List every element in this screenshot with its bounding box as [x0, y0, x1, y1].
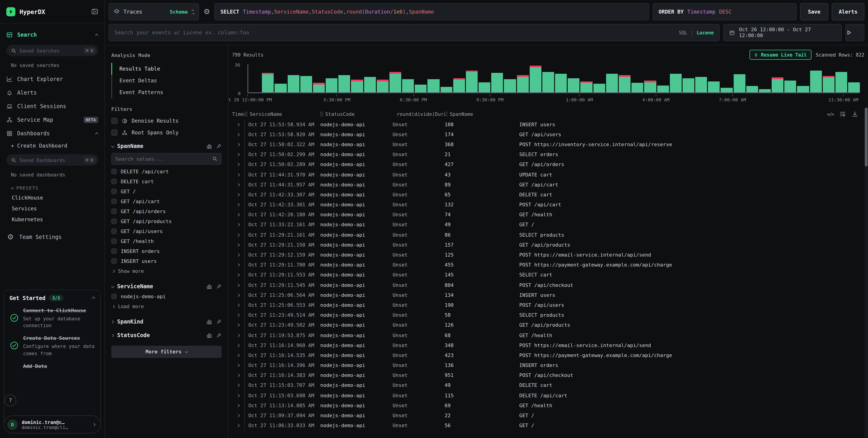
table-row[interactable]: Oct 27 11:19:53.875 AM nodejs-demo-api U…	[232, 330, 864, 340]
expand-row-button[interactable]	[232, 260, 245, 270]
table-row[interactable]: Oct 27 11:33:22.161 AM nodejs-demo-api U…	[232, 220, 864, 230]
table-row[interactable]: Oct 27 11:42:20.180 AM nodejs-demo-api U…	[232, 210, 864, 220]
filter-value-row[interactable]: GET /api/orders	[111, 206, 222, 216]
sql-select-input[interactable]: SELECT Timestamp,ServiceName,StatusCode,…	[215, 3, 649, 20]
checkbox[interactable]	[111, 294, 117, 299]
histogram-bar[interactable]	[797, 64, 809, 92]
code-view-icon[interactable]: </>	[827, 112, 834, 117]
create-dashboard-link[interactable]: + Create Dashboard	[6, 140, 98, 151]
source-select[interactable]: Traces Schema	[108, 3, 199, 20]
table-row[interactable]: Oct 27 11:42:33.301 AM nodejs-demo-api U…	[232, 200, 864, 210]
sidebar-item-client-sessions[interactable]: Client Sessions	[6, 99, 98, 113]
column-header[interactable]: ServiceName	[245, 111, 320, 117]
saved-dashboards-input[interactable]: Saved Dashboards ⌘ K	[6, 154, 98, 166]
expand-row-button[interactable]	[232, 390, 245, 401]
histogram-bar[interactable]	[683, 64, 694, 92]
histogram-bar[interactable]	[568, 64, 580, 92]
histogram-bar[interactable]	[848, 64, 860, 92]
checkbox[interactable]	[111, 189, 117, 194]
checkbox[interactable]	[111, 238, 117, 244]
column-header[interactable]: SpanName	[445, 111, 519, 117]
histogram-bar[interactable]	[504, 64, 516, 92]
drag-handle-icon[interactable]	[445, 112, 445, 113]
expand-row-button[interactable]	[232, 420, 245, 431]
table-row[interactable]: Oct 27 11:09:37.094 AM nodejs-demo-api U…	[232, 411, 864, 420]
source-settings-gear-icon[interactable]: ⚙	[203, 8, 211, 16]
filter-group-statuscode[interactable]: StatusCode	[111, 332, 222, 339]
get-started-item[interactable]: Connect to ClickHouse Set up your databa…	[9, 307, 95, 329]
alerts-button[interactable]: Alerts	[832, 3, 864, 20]
expand-row-button[interactable]	[232, 320, 245, 330]
table-row[interactable]: Oct 27 11:25:06.564 AM nodejs-demo-api U…	[232, 290, 864, 300]
histogram-bar[interactable]	[300, 64, 312, 92]
table-row[interactable]: Oct 27 11:13:14.885 AM nodejs-demo-api U…	[232, 401, 864, 411]
help-button[interactable]: ?	[4, 395, 16, 406]
histogram-bar[interactable]	[478, 64, 490, 92]
vertical-scrollbar[interactable]	[864, 107, 868, 438]
histogram-bar[interactable]	[390, 64, 401, 92]
table-row[interactable]: Oct 27 11:53:58.920 AM nodejs-demo-api U…	[232, 129, 864, 139]
filter-value-row[interactable]: GET /health	[111, 236, 222, 246]
histogram-bar[interactable]	[734, 64, 745, 92]
denoise-results-toggle[interactable]: Denoise Results	[111, 118, 222, 124]
table-row[interactable]: Oct 27 11:53:58.934 AM nodejs-demo-api U…	[232, 119, 864, 129]
expand-row-button[interactable]	[232, 411, 245, 420]
histogram-bar[interactable]	[313, 64, 325, 92]
histogram-bar[interactable]	[351, 64, 363, 92]
expand-row-button[interactable]	[232, 220, 245, 230]
expand-row-button[interactable]	[232, 180, 245, 189]
collapse-sidebar-icon[interactable]	[91, 8, 98, 15]
filter-group-servicename[interactable]: ServiceName	[111, 283, 222, 290]
drag-handle-icon[interactable]	[245, 112, 246, 113]
filter-value-row[interactable]: DELETE /api/cart	[111, 167, 222, 176]
expand-row-button[interactable]	[232, 370, 245, 380]
table-row[interactable]: Oct 27 11:29:12.159 AM nodejs-demo-api U…	[232, 250, 864, 260]
histogram-bar[interactable]	[746, 64, 758, 92]
table-row[interactable]: Oct 27 11:16:14.383 AM nodejs-demo-api U…	[232, 370, 864, 380]
language-sql[interactable]: SQL	[679, 30, 687, 35]
preset-item[interactable]: ClickHouse	[6, 192, 98, 203]
drag-handle-icon[interactable]	[320, 112, 321, 113]
histogram-bar[interactable]	[530, 64, 541, 92]
table-row[interactable]: Oct 27 11:25:06.553 AM nodejs-demo-api U…	[232, 300, 864, 310]
event-search-input[interactable]: Search your events w/ Lucene ex. column:…	[108, 24, 720, 41]
histogram-bar[interactable]	[721, 64, 733, 92]
language-lucene[interactable]: Lucene	[696, 30, 714, 35]
expand-row-button[interactable]	[232, 300, 245, 310]
get-started-item[interactable]: Create Data Sources Configure where your…	[9, 335, 95, 357]
histogram-bar[interactable]	[440, 64, 452, 92]
histogram-bar[interactable]	[542, 64, 554, 92]
table-row[interactable]: Oct 27 11:16:14.396 AM nodejs-demo-api U…	[232, 360, 864, 370]
histogram-bar[interactable]	[338, 64, 350, 92]
histogram-bar[interactable]	[759, 64, 771, 92]
table-row[interactable]: Oct 27 11:16:14.535 AM nodejs-demo-api U…	[232, 350, 864, 360]
column-header[interactable]: Timestamp (Local) ↓	[232, 111, 245, 117]
table-row[interactable]: Oct 27 11:23:49.514 AM nodejs-demo-api U…	[232, 310, 864, 320]
scrollbar-thumb[interactable]	[865, 108, 868, 167]
table-row[interactable]: Oct 27 11:29:11.545 AM nodejs-demo-api U…	[232, 280, 864, 290]
expand-row-button[interactable]	[232, 270, 245, 280]
root-spans-toggle[interactable]: Root Spans Only	[111, 129, 222, 136]
sidebar-item-alerts[interactable]: Alerts	[6, 86, 98, 99]
table-row[interactable]: Oct 27 11:16:14.960 AM nodejs-demo-api U…	[232, 340, 864, 350]
expand-row-button[interactable]	[232, 119, 245, 129]
table-row[interactable]: Oct 27 11:42:33.307 AM nodejs-demo-api U…	[232, 190, 864, 200]
histogram-bar[interactable]	[326, 64, 337, 92]
checkbox[interactable]	[111, 118, 118, 124]
expand-row-button[interactable]	[232, 240, 245, 250]
checkbox[interactable]	[111, 129, 118, 136]
expand-row-button[interactable]	[232, 350, 245, 360]
histogram-bar[interactable]	[657, 64, 669, 92]
histogram-bar[interactable]	[823, 64, 834, 92]
spanname-show-more[interactable]: Show more	[112, 266, 222, 276]
table-row[interactable]: Oct 27 11:23:49.502 AM nodejs-demo-api U…	[232, 320, 864, 330]
histogram-bar[interactable]	[555, 64, 567, 92]
histogram-bar[interactable]	[772, 64, 783, 92]
user-menu[interactable]: D dominic.tran@c… dominic.tran@cli…	[4, 415, 101, 434]
filter-value-row[interactable]: GET /	[111, 186, 222, 196]
expand-row-button[interactable]	[232, 190, 245, 200]
histogram-bar[interactable]	[695, 64, 707, 92]
analysis-mode-item[interactable]: Event Deltas	[111, 75, 222, 86]
expand-row-button[interactable]	[232, 129, 245, 139]
servicename-load-more[interactable]: Load more	[112, 301, 222, 311]
